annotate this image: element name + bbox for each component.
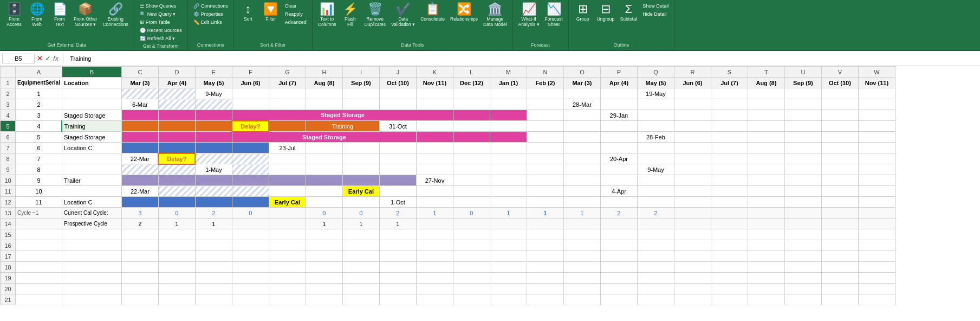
cell-O6[interactable] <box>563 132 600 143</box>
col-header-W[interactable]: W <box>858 67 895 78</box>
recent-sources-button[interactable]: 🕐Recent Sources <box>138 27 184 34</box>
cell-N12[interactable] <box>527 197 563 208</box>
cell-R14[interactable] <box>674 219 711 229</box>
cell-H5[interactable]: Training <box>306 121 379 132</box>
cell-Q14[interactable] <box>637 219 674 229</box>
cell-E3[interactable] <box>195 99 232 110</box>
cell-I3[interactable] <box>342 99 379 110</box>
col-header-U[interactable]: U <box>784 67 821 78</box>
cell-L7[interactable] <box>453 143 490 153</box>
cell-P7[interactable] <box>600 143 637 153</box>
sort-button[interactable]: ↕ Sort <box>237 2 259 23</box>
cell-B12[interactable]: Location C <box>62 197 121 208</box>
cell-J5[interactable]: 31-Oct <box>379 121 416 132</box>
cell-L5[interactable] <box>453 121 490 132</box>
cell-Q13[interactable]: 2 <box>637 208 674 219</box>
cell-M5[interactable] <box>490 121 527 132</box>
cell-G10[interactable] <box>269 175 306 186</box>
cell-G2[interactable] <box>269 88 306 99</box>
cell-P12[interactable] <box>600 197 637 208</box>
cell-C9[interactable] <box>121 164 158 175</box>
cell-I12[interactable] <box>342 197 379 208</box>
cell-H8[interactable] <box>306 153 342 164</box>
cell-H14[interactable]: 1 <box>306 219 342 229</box>
cell-L12[interactable] <box>453 197 490 208</box>
cell-W11[interactable] <box>858 186 895 197</box>
cell-B4[interactable]: Staged Storage <box>62 110 121 121</box>
cell-I14[interactable]: 1 <box>342 219 379 229</box>
cell-B9[interactable] <box>62 164 121 175</box>
cell-E9[interactable]: 1-May <box>195 164 232 175</box>
cell-A5[interactable]: 4 <box>16 121 62 132</box>
cell-U13[interactable] <box>784 208 821 219</box>
from-other-sources-button[interactable]: 📦 From OtherSources ▾ <box>72 2 99 28</box>
cell-N9[interactable] <box>527 164 563 175</box>
cell-S2[interactable] <box>711 88 748 99</box>
manage-data-model-button[interactable]: 🏛️ ManageData Model <box>481 2 509 28</box>
cell-M4[interactable] <box>490 110 527 121</box>
cell-B1[interactable]: Location <box>62 78 121 88</box>
cell-J11[interactable] <box>379 186 416 197</box>
cell-G13[interactable] <box>269 208 306 219</box>
cell-W14[interactable] <box>858 219 895 229</box>
cell-J7[interactable] <box>379 143 416 153</box>
cell-H1[interactable]: Aug (8) <box>306 78 342 88</box>
cell-C1[interactable]: Mar (3) <box>121 78 158 88</box>
col-header-V[interactable]: V <box>821 67 858 78</box>
cell-F4[interactable]: Staged Storage <box>232 110 453 121</box>
cell-W8[interactable] <box>858 153 895 164</box>
cell-S4[interactable] <box>711 110 748 121</box>
col-header-T[interactable]: T <box>748 67 784 78</box>
cell-R4[interactable] <box>674 110 711 121</box>
cell-R9[interactable] <box>674 164 711 175</box>
cell-T6[interactable] <box>748 132 784 143</box>
col-header-B[interactable]: B <box>62 67 121 78</box>
col-header-N[interactable]: N <box>527 67 563 78</box>
cell-O10[interactable] <box>563 175 600 186</box>
cell-P14[interactable] <box>600 219 637 229</box>
cell-S6[interactable] <box>711 132 748 143</box>
cell-C11[interactable]: 22-Mar <box>121 186 158 197</box>
cell-W12[interactable] <box>858 197 895 208</box>
cell-W5[interactable] <box>858 121 895 132</box>
cell-E1[interactable]: May (5) <box>195 78 232 88</box>
flash-fill-button[interactable]: ⚡ FlashFill <box>339 2 361 28</box>
cell-V3[interactable] <box>821 99 858 110</box>
col-header-L[interactable]: L <box>453 67 490 78</box>
fx-icon[interactable]: fx <box>53 54 59 62</box>
cell-O3[interactable]: 28-Mar <box>563 99 600 110</box>
cell-E4[interactable] <box>195 110 232 121</box>
cell-W13[interactable] <box>858 208 895 219</box>
cell-V9[interactable] <box>821 164 858 175</box>
cell-A12[interactable]: 11 <box>16 197 62 208</box>
cell-D6[interactable] <box>158 132 195 143</box>
cell-O2[interactable] <box>563 88 600 99</box>
cell-V2[interactable] <box>821 88 858 99</box>
cell-P2[interactable] <box>600 88 637 99</box>
cell-B3[interactable] <box>62 99 121 110</box>
cell-L10[interactable] <box>453 175 490 186</box>
cell-Q8[interactable] <box>637 153 674 164</box>
cell-P11[interactable]: 4-Apr <box>600 186 637 197</box>
cell-T1[interactable]: Aug (8) <box>748 78 784 88</box>
cell-K3[interactable] <box>416 99 453 110</box>
cell-I8[interactable] <box>342 153 379 164</box>
connections-button[interactable]: 🔗Connections <box>191 2 230 10</box>
cell-J1[interactable]: Oct (10) <box>379 78 416 88</box>
cell-I10[interactable] <box>342 175 379 186</box>
cell-I13[interactable]: 0 <box>342 208 379 219</box>
cell-A1[interactable]: EquipmentSerial <box>16 78 62 88</box>
cell-R2[interactable] <box>674 88 711 99</box>
remove-duplicates-button[interactable]: 🗑️ RemoveDuplicates <box>362 2 388 28</box>
cell-Q5[interactable] <box>637 121 674 132</box>
cell-D12[interactable] <box>158 197 195 208</box>
col-header-R[interactable]: R <box>674 67 711 78</box>
spreadsheet-wrapper[interactable]: A B C D E F G H I J K L M N O P Q R S T … <box>0 66 980 321</box>
cell-W3[interactable] <box>858 99 895 110</box>
cell-M3[interactable] <box>490 99 527 110</box>
cell-S13[interactable] <box>711 208 748 219</box>
cell-P4[interactable]: 29-Jan <box>600 110 637 121</box>
col-header-E[interactable]: E <box>195 67 232 78</box>
cell-N11[interactable] <box>527 186 563 197</box>
cell-B6[interactable]: Staged Storage <box>62 132 121 143</box>
